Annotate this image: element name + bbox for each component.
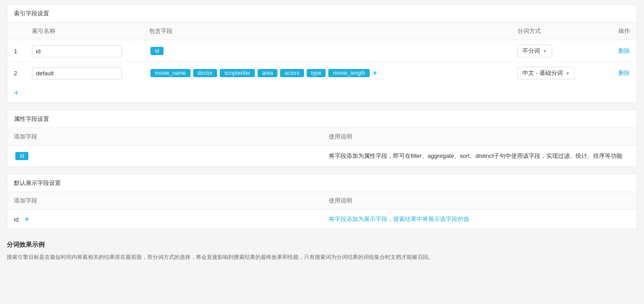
display-add-field-button[interactable]: + [25,215,29,223]
seg-example-desc: 搜索引擎目标是在最短时间内将最相关的结果排在最前面，而分词方式的选择，将会直接影… [7,253,637,262]
index-row-fields: id [142,40,511,62]
chevron-down-icon: ▼ [566,71,570,76]
display-section-title: 默认展示字段设置 [7,175,637,192]
field-tag-dirctor[interactable]: dirctor [193,69,217,77]
field-tag-actors[interactable]: actors [280,69,304,77]
field-tag-movie_length[interactable]: movie_length [328,69,369,77]
attr-section-title: 属性字段设置 [7,111,637,128]
index-row-op: 删除 [592,40,637,62]
attr-section-body: 添加字段 使用说明 id 将字段添加为属性字段，即可在filter、aggreg… [7,128,637,166]
index-row-fields: movie_namedirctorscriptwriterareaactorst… [142,62,511,84]
col-no-header [7,23,25,40]
col-op-header: 操作 [592,23,637,40]
display-section-body: 添加字段 使用说明 id + 将字段添加为展示字段，搜索结果中将展示该字段的值 [7,192,637,229]
index-table: 索引名称 包含字段 分词方式 操作 1id不分词▼删除2movie_namedi… [7,23,637,84]
index-section-title: 索引字段设置 [7,5,637,23]
display-table: 添加字段 使用说明 id + 将字段添加为展示字段，搜索结果中将展示该字段的值 [7,192,637,229]
index-row-no: 1 [7,40,25,62]
field-tag-movie_name[interactable]: movie_name [150,69,190,77]
seg-label-0: 不分词 [522,47,540,55]
display-desc-cell: 将字段添加为展示字段，搜索结果中将展示该字段的值 [322,210,637,229]
display-field-id-label: id [14,216,18,223]
seg-select-0[interactable]: 不分词▼ [517,45,552,57]
add-field-button-1[interactable]: + [373,69,377,77]
field-tag-scriptwriter[interactable]: scriptwriter [220,69,255,77]
index-row-seg: 中文 - 基础分词▼ [511,62,592,84]
attr-desc-text: 将字段添加为属性字段，即可在filter、aggregate、sort、dist… [329,152,622,159]
display-col-desc-header: 使用说明 [322,192,637,210]
index-section-card: 索引字段设置 索引名称 包含字段 分词方式 操作 1id不分词▼删除2movie… [7,5,637,103]
delete-index-button-0[interactable]: 删除 [618,47,630,54]
index-table-row: 1id不分词▼删除 [7,40,637,62]
seg-select-1[interactable]: 中文 - 基础分词▼ [517,67,575,79]
index-section-body: 索引名称 包含字段 分词方式 操作 1id不分词▼删除2movie_namedi… [7,23,637,102]
delete-index-button-1[interactable]: 删除 [618,69,630,76]
chevron-down-icon: ▼ [543,49,547,54]
seg-example-section: 分词效果示例 搜索引擎目标是在最短时间内将最相关的结果排在最前面，而分词方式的选… [7,236,637,266]
col-name-header: 索引名称 [25,23,142,40]
display-data-row: id + 将字段添加为展示字段，搜索结果中将展示该字段的值 [7,210,637,229]
index-name-input-1[interactable] [32,67,122,79]
col-fields-header: 包含字段 [142,23,511,40]
display-desc-text: 将字段添加为展示字段，搜索结果中将展示该字段的值 [329,216,469,222]
index-row-name [25,40,142,62]
field-tag-id[interactable]: id [150,47,163,55]
page-container: 索引字段设置 索引名称 包含字段 分词方式 操作 1id不分词▼删除2movie… [0,0,644,271]
display-fields-cell: id + [7,210,322,229]
index-name-input-0[interactable] [32,45,122,57]
seg-example-title: 分词效果示例 [7,241,637,249]
col-seg-header: 分词方式 [511,23,592,40]
attr-col-add-header: 添加字段 [7,128,322,146]
attr-desc-cell: 将字段添加为属性字段，即可在filter、aggregate、sort、dist… [322,146,637,167]
field-tag-type[interactable]: type [307,69,326,77]
attr-col-desc-header: 使用说明 [322,128,637,146]
attr-data-row: id 将字段添加为属性字段，即可在filter、aggregate、sort、d… [7,146,637,167]
index-row-seg: 不分词▼ [511,40,592,62]
index-table-row: 2movie_namedirctorscriptwriterareaactors… [7,62,637,84]
index-row-no: 2 [7,62,25,84]
attr-field-id-tag[interactable]: id [15,152,28,160]
add-index-row-button[interactable]: + [7,84,637,102]
attr-section-card: 属性字段设置 添加字段 使用说明 id 将字段添加为属性字段，即可在fil [7,110,637,167]
attr-table: 添加字段 使用说明 id 将字段添加为属性字段，即可在filter、aggreg… [7,128,637,166]
index-row-name [25,62,142,84]
index-row-op: 删除 [592,62,637,84]
attr-fields-cell: id [7,146,322,167]
display-section-card: 默认展示字段设置 添加字段 使用说明 id + [7,174,637,229]
field-tag-area[interactable]: area [258,69,277,77]
seg-label-1: 中文 - 基础分词 [522,69,563,77]
display-col-add-header: 添加字段 [7,192,322,210]
